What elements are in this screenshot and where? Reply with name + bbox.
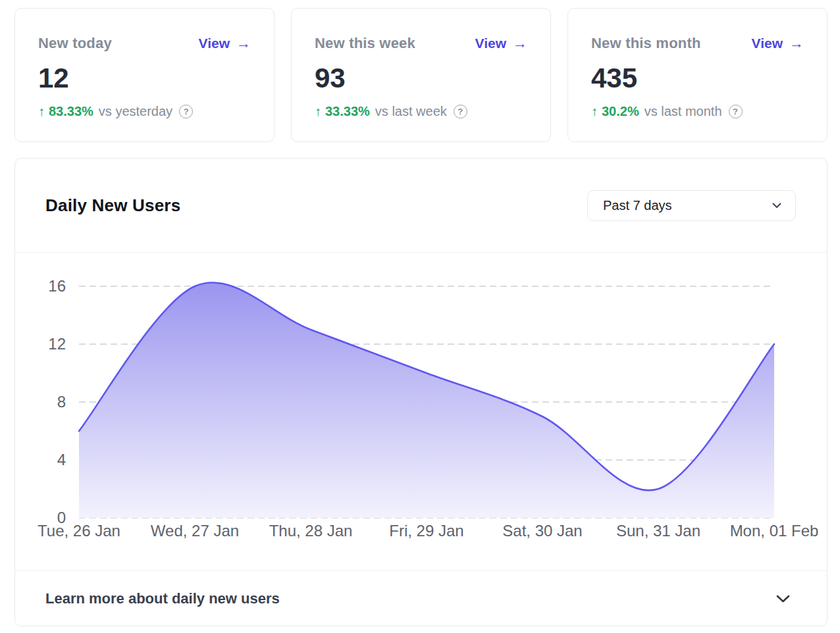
daily-new-users-chart: 0481216Tue, 26 JanWed, 27 JanThu, 28 Jan… [15, 253, 827, 570]
stat-label: New this month [591, 35, 701, 52]
view-link-label: View [752, 36, 783, 51]
svg-text:Thu, 28 Jan: Thu, 28 Jan [269, 522, 353, 540]
date-range-select[interactable]: Past 7 days [587, 190, 796, 221]
learn-more-accordion[interactable]: Learn more about daily new users [15, 570, 827, 626]
view-link-new-this-month[interactable]: View → [752, 36, 804, 51]
change-percent: 83.33% [49, 104, 93, 119]
arrow-up-icon: ↑ [38, 104, 45, 119]
view-link-new-this-week[interactable]: View → [475, 36, 527, 51]
compare-label: vs yesterday [99, 104, 172, 119]
stat-card-new-this-week: New this week View → 93 ↑ 33.33% vs last… [291, 8, 551, 142]
stat-value: 12 [38, 63, 251, 93]
stat-card-header: New this month View → [591, 35, 804, 52]
stat-card-new-today: New today View → 12 ↑ 83.33% vs yesterda… [14, 8, 275, 142]
learn-more-label: Learn more about daily new users [45, 590, 280, 607]
svg-text:Mon, 01 Feb: Mon, 01 Feb [730, 522, 819, 540]
stat-value: 93 [315, 63, 527, 93]
compare-label: vs last week [375, 104, 447, 119]
change-percent: 30.2% [602, 104, 639, 119]
arrow-right-icon: → [236, 36, 251, 51]
change-percent: 33.33% [325, 104, 370, 119]
chart-title: Daily New Users [45, 195, 180, 216]
compare-label: vs last month [644, 104, 722, 119]
stat-change-row: ↑ 33.33% vs last week ? [315, 104, 527, 119]
chevron-down-icon [772, 203, 781, 209]
arrow-up-icon: ↑ [591, 104, 598, 119]
svg-text:12: 12 [48, 335, 66, 353]
stat-label: New this week [315, 35, 415, 52]
svg-text:Sat, 30 Jan: Sat, 30 Jan [502, 522, 582, 540]
stat-change-row: ↑ 83.33% vs yesterday ? [38, 104, 251, 119]
svg-text:Sun, 31 Jan: Sun, 31 Jan [616, 522, 700, 540]
stat-card-new-this-month: New this month View → 435 ↑ 30.2% vs las… [567, 8, 827, 142]
dashboard-page: New today View → 12 ↑ 83.33% vs yesterda… [0, 0, 840, 633]
date-range-value: Past 7 days [603, 198, 672, 213]
arrow-right-icon: → [789, 36, 804, 51]
arrow-right-icon: → [513, 36, 527, 51]
view-link-label: View [475, 36, 506, 51]
daily-new-users-card: Daily New Users Past 7 days 0481216Tue, … [14, 158, 827, 626]
arrow-up-icon: ↑ [315, 104, 321, 119]
chart-body: 0481216Tue, 26 JanWed, 27 JanThu, 28 Jan… [15, 253, 827, 570]
stat-label: New today [38, 35, 112, 52]
help-icon[interactable]: ? [729, 105, 743, 118]
stat-card-header: New this week View → [315, 35, 527, 52]
stats-row: New today View → 12 ↑ 83.33% vs yesterda… [14, 8, 827, 142]
svg-text:Tue, 26 Jan: Tue, 26 Jan [38, 522, 120, 540]
chevron-down-icon [776, 595, 790, 603]
view-link-label: View [199, 36, 230, 51]
svg-text:4: 4 [57, 451, 66, 468]
svg-text:16: 16 [48, 277, 66, 295]
stat-value: 435 [591, 63, 804, 93]
stat-change-row: ↑ 30.2% vs last month ? [591, 104, 804, 119]
svg-text:Wed, 27 Jan: Wed, 27 Jan [151, 522, 239, 540]
svg-text:Fri, 29 Jan: Fri, 29 Jan [389, 522, 463, 540]
help-icon[interactable]: ? [179, 105, 193, 118]
chart-header: Daily New Users Past 7 days [15, 159, 827, 253]
svg-text:8: 8 [57, 393, 66, 411]
help-icon[interactable]: ? [454, 105, 467, 118]
view-link-new-today[interactable]: View → [199, 36, 251, 51]
stat-card-header: New today View → [38, 35, 251, 52]
